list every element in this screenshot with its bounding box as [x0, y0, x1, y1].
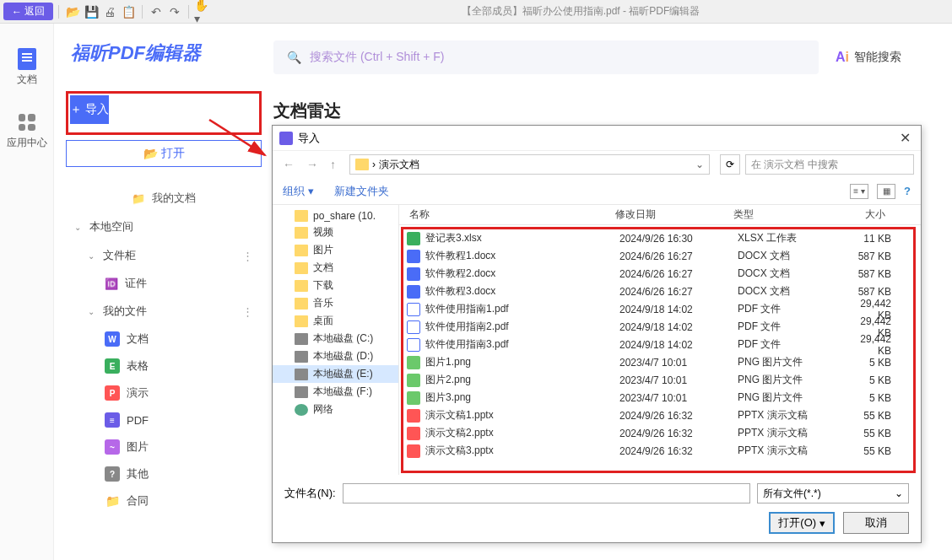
- file-date: 2024/6/26 16:27: [619, 250, 738, 262]
- tree-item[interactable]: 视频: [273, 223, 398, 241]
- more-icon[interactable]: ⋮: [242, 250, 253, 262]
- file-size: 11 KB: [844, 233, 891, 245]
- tree-item[interactable]: 音乐: [273, 294, 398, 312]
- redo-icon[interactable]: ↷: [166, 3, 183, 20]
- sidebar-item-文档[interactable]: W文档: [79, 326, 262, 353]
- col-date[interactable]: 修改日期: [615, 207, 733, 222]
- tree-item[interactable]: 本地磁盘 (E:): [273, 365, 398, 383]
- filetype-label: 其他: [127, 466, 149, 482]
- file-date: 2024/9/26 16:30: [619, 233, 738, 245]
- file-type: PDF 文件: [738, 320, 844, 334]
- file-icon: [407, 409, 420, 423]
- file-row[interactable]: 软件教程1.docx2024/6/26 16:27DOCX 文档587 KB: [403, 247, 913, 265]
- document-title: 【全部成员】福昕办公使用指南.pdf - 福昕PDF编辑器: [213, 4, 949, 19]
- refresh-button[interactable]: ⟳: [720, 154, 740, 175]
- file-filter-dropdown[interactable]: 所有文件(*.*)⌄: [757, 483, 909, 503]
- chevron-down-icon[interactable]: ⌄: [695, 159, 704, 170]
- apps-icon: [19, 114, 35, 131]
- tree-item[interactable]: 图片: [273, 241, 398, 259]
- more-icon[interactable]: ⋮: [242, 305, 253, 318]
- open-folder-icon[interactable]: 📂: [64, 3, 81, 20]
- save-icon[interactable]: 💾: [83, 3, 100, 20]
- tree-item[interactable]: 网络: [273, 401, 398, 418]
- file-type: PPTX 演示文稿: [738, 408, 844, 423]
- file-type: PNG 图片文件: [738, 373, 844, 387]
- sidebar-item-图片[interactable]: ~图片: [79, 433, 262, 460]
- cabinet-item[interactable]: ⌄文件柜⋮: [79, 241, 262, 270]
- tree-item[interactable]: 本地磁盘 (D:): [273, 347, 398, 365]
- sidebar-item-演示[interactable]: P演示: [79, 380, 262, 407]
- list-header: 名称 修改日期 类型 大小: [399, 205, 921, 225]
- local-space-item[interactable]: ⌄本地空间: [66, 213, 262, 241]
- filter-text: 所有文件(*.*): [763, 487, 821, 501]
- dialog-titlebar: 导入 ✕: [273, 126, 921, 151]
- path-bar[interactable]: ›演示文档⌄: [349, 154, 710, 175]
- tree-item[interactable]: 文档: [273, 259, 398, 277]
- view-mode-button[interactable]: ≡ ▾: [850, 184, 868, 199]
- tree-label: 本地磁盘 (D:): [313, 349, 373, 363]
- nav-back-icon[interactable]: ←: [279, 158, 298, 171]
- new-folder-button[interactable]: 新建文件夹: [334, 184, 389, 199]
- open-file-button[interactable]: 打开(O) ▾: [769, 512, 835, 534]
- sidebar-item-合同[interactable]: 📁合同: [79, 487, 262, 514]
- local-space-label: 本地空间: [89, 219, 133, 234]
- import-button[interactable]: ＋导入: [70, 95, 109, 124]
- nav-up-icon[interactable]: ↑: [327, 158, 339, 171]
- tree-item[interactable]: 本地磁盘 (F:): [273, 383, 398, 401]
- sidebar-item-表格[interactable]: E表格: [79, 353, 262, 380]
- back-button[interactable]: ←返回: [3, 3, 53, 20]
- tree-icon: [295, 315, 308, 327]
- file-row[interactable]: 登记表3.xlsx2024/9/26 16:30XLSX 工作表11 KB: [403, 229, 913, 247]
- tree-item[interactable]: 本地磁盘 (C:): [273, 330, 398, 347]
- col-size[interactable]: 大小: [840, 207, 892, 222]
- file-row[interactable]: 演示文稿2.pptx2024/9/26 16:32PPTX 演示文稿55 KB: [403, 424, 913, 442]
- close-button[interactable]: ✕: [896, 130, 914, 146]
- file-row[interactable]: 图片2.png2023/4/7 10:01PNG 图片文件5 KB: [403, 371, 913, 389]
- file-row[interactable]: 软件使用指南2.pdf2024/9/18 14:02PDF 文件29,442 K…: [403, 318, 913, 336]
- file-rows-highlight: 登记表3.xlsx2024/9/26 16:30XLSX 工作表11 KB软件教…: [401, 227, 916, 473]
- tree-item[interactable]: 桌面: [273, 312, 398, 330]
- tree-icon: [295, 227, 308, 239]
- brand-logo: 福昕PDF编辑器: [66, 40, 262, 66]
- file-row[interactable]: 图片1.png2023/4/7 10:01PNG 图片文件5 KB: [403, 353, 913, 371]
- sidebar-item-其他[interactable]: ?其他: [79, 460, 262, 487]
- nav-forward-icon[interactable]: →: [303, 158, 322, 171]
- file-row[interactable]: 软件使用指南3.pdf2024/9/18 14:02PDF 文件29,442 K…: [403, 336, 913, 353]
- filename-input[interactable]: [343, 483, 750, 503]
- col-name[interactable]: 名称: [399, 207, 615, 222]
- file-row[interactable]: 演示文稿3.pptx2024/9/26 16:32PPTX 演示文稿55 KB: [403, 442, 913, 460]
- dialog-bottom: 文件名(N): 所有文件(*.*)⌄ 打开(O) ▾ 取消: [273, 475, 921, 542]
- file-date: 2024/6/26 16:27: [619, 286, 738, 298]
- file-row[interactable]: 演示文稿1.pptx2024/9/26 16:32PPTX 演示文稿55 KB: [403, 407, 913, 424]
- filename-row: 文件名(N): 所有文件(*.*)⌄: [284, 483, 909, 503]
- docs-tab[interactable]: 文档: [17, 49, 37, 87]
- cancel-button[interactable]: 取消: [843, 512, 909, 534]
- cert-item[interactable]: 🆔证件: [79, 270, 262, 297]
- col-type[interactable]: 类型: [733, 207, 840, 222]
- preview-pane-button[interactable]: ▦: [877, 184, 895, 199]
- my-files-item[interactable]: ⌄我的文件⋮: [79, 297, 262, 326]
- tree-item[interactable]: po_share (10.: [273, 208, 398, 223]
- print-icon[interactable]: 🖨: [101, 3, 118, 20]
- help-button[interactable]: ?: [904, 185, 911, 197]
- my-docs-item[interactable]: 📁我的文档: [66, 184, 262, 213]
- sidebar-item-PDF[interactable]: ≡PDF: [79, 407, 262, 433]
- file-row[interactable]: 软件教程3.docx2024/6/26 16:27DOCX 文档587 KB: [403, 283, 913, 300]
- open-button[interactable]: 📂打开: [66, 140, 262, 167]
- apps-tab[interactable]: 应用中心: [7, 112, 47, 150]
- tree-item[interactable]: 下载: [273, 277, 398, 294]
- copy-icon[interactable]: 📋: [120, 3, 137, 20]
- smart-search-button[interactable]: Ai 智能搜索: [836, 50, 927, 65]
- dialog-search-input[interactable]: 在 演示文档 中搜索: [745, 154, 914, 175]
- file-row[interactable]: 图片3.png2023/4/7 10:01PNG 图片文件5 KB: [403, 389, 913, 407]
- file-name: 图片3.png: [425, 390, 619, 405]
- file-row[interactable]: 软件教程2.docx2024/6/26 16:27DOCX 文档587 KB: [403, 265, 913, 283]
- organize-menu[interactable]: 组织 ▾: [283, 184, 314, 199]
- file-name: 演示文稿3.pptx: [425, 444, 619, 458]
- file-icon: [407, 391, 420, 405]
- file-row[interactable]: 软件使用指南1.pdf2024/9/18 14:02PDF 文件29,442 K…: [403, 300, 913, 318]
- hand-icon[interactable]: ✋▾: [194, 3, 211, 20]
- undo-icon[interactable]: ↶: [148, 3, 165, 20]
- search-input[interactable]: 🔍 搜索文件 (Ctrl + Shift + F): [273, 40, 819, 74]
- back-label: 返回: [24, 4, 45, 19]
